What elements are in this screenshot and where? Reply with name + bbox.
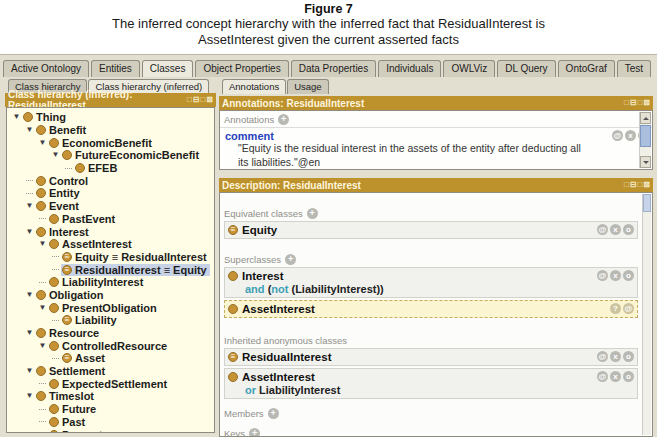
delete-button[interactable]: x bbox=[625, 130, 636, 141]
tab-test[interactable]: Test bbox=[617, 60, 651, 77]
description-panel: Equivalent classes+Equity@xoSuperclasses… bbox=[219, 192, 653, 437]
description-row[interactable]: Interestand (not (LiabilityInterest))@xo bbox=[224, 267, 638, 298]
edit-button[interactable]: o bbox=[623, 351, 634, 362]
subtab-usage[interactable]: Usage bbox=[287, 79, 328, 94]
tree-item[interactable]: ▼Timeslot bbox=[9, 390, 214, 403]
tree-connector bbox=[50, 320, 61, 321]
tree-item[interactable]: ▼EconomicBenefit bbox=[9, 136, 214, 149]
tree-item[interactable]: ▼Interest bbox=[9, 225, 214, 238]
close-panel-icon[interactable]: ⊠ bbox=[643, 99, 650, 107]
annotate-button[interactable]: @ bbox=[597, 270, 608, 281]
delete-button[interactable]: x bbox=[610, 270, 621, 281]
tree-item[interactable]: Entity bbox=[9, 187, 214, 200]
tree-item[interactable]: ▼ControlledResource bbox=[9, 339, 214, 352]
tree-item[interactable]: ▼Resource bbox=[9, 327, 214, 340]
scroll-down-icon[interactable] bbox=[640, 156, 651, 168]
annotations-scrollbar[interactable] bbox=[639, 112, 651, 168]
minimize-panel-icon[interactable]: ⊟ bbox=[630, 99, 637, 107]
tree-item[interactable]: ResidualInterest ≡ Equity bbox=[9, 263, 214, 276]
delete-button[interactable]: x bbox=[610, 351, 621, 362]
tree-item[interactable]: Past bbox=[9, 416, 214, 429]
minimize-panel-icon[interactable]: ⊟ bbox=[193, 96, 200, 104]
description-row[interactable]: AssetInterestor LiabilityInterest@xo bbox=[224, 368, 638, 399]
tree-item[interactable]: Equity ≡ ResidualInterest bbox=[9, 251, 214, 264]
class-tree: ▼Thing▼Benefit▼EconomicBenefit▼FutureEco… bbox=[6, 107, 215, 433]
delete-button[interactable]: x bbox=[610, 224, 621, 235]
tree-item[interactable]: ExpectedSettlement bbox=[9, 377, 214, 390]
detach-window-icon[interactable]: □ bbox=[187, 96, 192, 104]
delete-button[interactable]: x bbox=[610, 371, 621, 382]
description-row-inferred[interactable]: AssetInterest?@ bbox=[224, 300, 638, 318]
detach-window-icon[interactable]: □ bbox=[624, 181, 629, 189]
edit-button[interactable]: o bbox=[623, 371, 634, 382]
tree-item[interactable]: ▼Settlement bbox=[9, 365, 214, 378]
add-members-button[interactable]: + bbox=[268, 408, 279, 419]
tree-item[interactable]: Present bbox=[9, 428, 214, 433]
scrollbar-thumb[interactable] bbox=[643, 194, 651, 212]
tab-individuals[interactable]: Individuals bbox=[378, 60, 441, 77]
add-keys-button[interactable]: + bbox=[249, 428, 260, 437]
maximize-panel-icon[interactable]: □ bbox=[200, 96, 205, 104]
annotations-panel: Annotations + comment "Equity is the res… bbox=[219, 110, 653, 170]
maximize-panel-icon[interactable]: □ bbox=[637, 99, 642, 107]
expand-arrow-icon: ▼ bbox=[37, 342, 48, 350]
maximize-panel-icon[interactable]: □ bbox=[637, 181, 642, 189]
tab-entities[interactable]: Entities bbox=[91, 60, 140, 77]
edit-button[interactable]: o bbox=[623, 270, 634, 281]
tree-item[interactable]: ▼Obligation bbox=[9, 289, 214, 302]
tree-item[interactable]: Future bbox=[9, 403, 214, 416]
add-superclasses-button[interactable]: + bbox=[285, 254, 296, 265]
tab-classes[interactable]: Classes bbox=[142, 60, 194, 77]
add-annotation-button[interactable]: + bbox=[278, 114, 289, 125]
description-scrollbar[interactable] bbox=[642, 194, 651, 435]
description-header: Description: ResidualInterest □⊟□⊠ bbox=[219, 178, 653, 192]
tab-active-ontology[interactable]: Active Ontology bbox=[3, 60, 89, 77]
tab-data-properties[interactable]: Data Properties bbox=[291, 60, 376, 77]
tab-ontograf[interactable]: OntoGraf bbox=[558, 60, 615, 77]
tree-item[interactable]: EFEB bbox=[9, 162, 214, 175]
description-row[interactable]: Equity@xo bbox=[224, 221, 638, 239]
minimize-panel-icon[interactable]: ⊟ bbox=[630, 181, 637, 189]
tab-dl-query[interactable]: DL Query bbox=[497, 60, 555, 77]
tree-item[interactable]: Liability bbox=[9, 314, 214, 327]
tree-item[interactable]: ▼Benefit bbox=[9, 124, 214, 137]
panel-control-icons: □⊟□⊠ bbox=[624, 99, 650, 107]
tree-item[interactable]: Control bbox=[9, 174, 214, 187]
tab-owlviz[interactable]: OWLViz bbox=[443, 60, 495, 77]
panel-control-icons: □⊟□⊠ bbox=[624, 181, 650, 189]
section-inherited-anonymous-classes: Inherited anonymous classesResidualInter… bbox=[224, 335, 638, 399]
scrollbar-thumb[interactable] bbox=[640, 125, 651, 147]
tree-item[interactable]: ▼Event bbox=[9, 200, 214, 213]
detach-window-icon[interactable]: □ bbox=[624, 99, 629, 107]
annotate-button[interactable]: @ bbox=[597, 351, 608, 362]
edit-button[interactable]: o bbox=[623, 224, 634, 235]
scroll-up-icon[interactable] bbox=[640, 112, 651, 124]
tree-item[interactable]: ▼FutureEconomicBenefit bbox=[9, 149, 214, 162]
class-icon bbox=[228, 271, 238, 281]
add-equivalent-classes-button[interactable]: + bbox=[307, 208, 318, 219]
annotate-button[interactable]: @ bbox=[623, 303, 634, 314]
annotation-comment-row[interactable]: comment "Equity is the residual interest… bbox=[220, 128, 652, 169]
explain-inference-button[interactable]: ? bbox=[610, 303, 621, 314]
tree-item[interactable]: ▼Thing bbox=[9, 111, 214, 124]
expression-text: LiabilityInterest bbox=[256, 384, 340, 396]
close-panel-icon[interactable]: ⊠ bbox=[206, 96, 213, 104]
tree-item[interactable]: Asset bbox=[9, 352, 214, 365]
class-icon bbox=[62, 150, 72, 160]
class-icon bbox=[49, 430, 59, 433]
tree-item[interactable]: ▼PresentObligation bbox=[9, 301, 214, 314]
annotate-button[interactable]: @ bbox=[597, 224, 608, 235]
equivalent-class-icon bbox=[62, 252, 72, 262]
expand-arrow-icon: ▼ bbox=[11, 113, 22, 121]
class-icon bbox=[228, 304, 238, 314]
tree-item[interactable]: LiabilityInterest bbox=[9, 276, 214, 289]
tree-item[interactable]: ▼AssetInterest bbox=[9, 238, 214, 251]
description-row[interactable]: ResidualInterest@xo bbox=[224, 348, 638, 366]
subtab-annotations[interactable]: Annotations bbox=[222, 79, 286, 94]
annotate-button[interactable]: @ bbox=[612, 130, 623, 141]
tree-item[interactable]: PastEvent bbox=[9, 213, 214, 226]
close-panel-icon[interactable]: ⊠ bbox=[643, 181, 650, 189]
annotate-button[interactable]: @ bbox=[597, 371, 608, 382]
tab-object-properties[interactable]: Object Properties bbox=[195, 60, 288, 77]
section-label: Superclasses bbox=[224, 254, 281, 265]
